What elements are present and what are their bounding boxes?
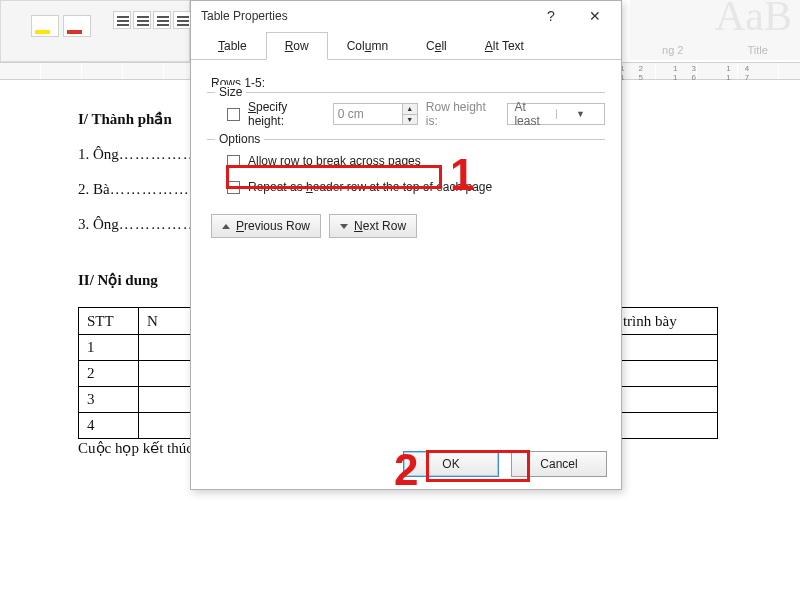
style-preview-ghost: AaB bbox=[715, 0, 792, 40]
dialog-title: Table Properties bbox=[201, 9, 288, 23]
help-button[interactable]: ? bbox=[529, 1, 573, 31]
size-legend: Size bbox=[215, 85, 246, 99]
allow-break-checkbox[interactable] bbox=[227, 155, 240, 168]
height-spinner[interactable]: ▲▼ bbox=[402, 103, 418, 125]
tab-cell[interactable]: Cell bbox=[407, 32, 466, 60]
font-color-button[interactable] bbox=[63, 15, 91, 37]
row-height-is-label: Row height is: bbox=[426, 100, 500, 128]
tab-column[interactable]: Column bbox=[328, 32, 407, 60]
chevron-down-icon: ▼ bbox=[556, 109, 604, 119]
col-stt: STT bbox=[79, 308, 139, 335]
spinner-down-icon[interactable]: ▼ bbox=[402, 114, 418, 125]
highlight-color-button[interactable] bbox=[31, 15, 59, 37]
specify-height-label: Specify height: bbox=[248, 100, 325, 128]
annotation-number-1: 1 bbox=[450, 150, 474, 200]
height-input-group: ▲▼ bbox=[333, 103, 418, 125]
style-label-heading2: ng 2 bbox=[662, 44, 683, 56]
options-fieldset: Options Allow row to break across pages … bbox=[207, 139, 605, 204]
tab-alt-text[interactable]: Alt Text bbox=[466, 32, 543, 60]
annotation-number-2: 2 bbox=[394, 445, 418, 495]
ruler-ticks: 12 13 14 15 16 17 bbox=[620, 64, 800, 82]
repeat-header-checkbox[interactable] bbox=[227, 181, 240, 194]
triangle-up-icon bbox=[222, 224, 230, 229]
tab-row[interactable]: Row bbox=[266, 32, 328, 60]
row-nav-buttons: Previous Row Next Row bbox=[211, 214, 605, 238]
tab-row-rest: ow bbox=[293, 39, 308, 53]
style-label-title: Title bbox=[748, 44, 768, 56]
size-fieldset: Size Specify height: ▲▼ Row height is: A… bbox=[207, 92, 605, 131]
tab-table[interactable]: Table bbox=[199, 32, 266, 60]
allow-break-label: Allow row to break across pages bbox=[248, 154, 421, 168]
row-height-mode-value: At least bbox=[508, 100, 555, 128]
ribbon-fragment-left bbox=[0, 0, 190, 62]
align-center-button[interactable] bbox=[133, 11, 151, 29]
align-justify-button[interactable] bbox=[173, 11, 191, 29]
dialog-body: Rows 1-5: Size Specify height: ▲▼ Row he… bbox=[191, 60, 621, 489]
previous-row-button[interactable]: Previous Row bbox=[211, 214, 321, 238]
row-height-mode-select[interactable]: At least ▼ bbox=[507, 103, 605, 125]
align-right-button[interactable] bbox=[153, 11, 171, 29]
dialog-tabs: Table Row Column Cell Alt Text bbox=[191, 31, 621, 60]
dialog-titlebar[interactable]: Table Properties ? ✕ bbox=[191, 1, 621, 31]
table-properties-dialog: Table Properties ? ✕ Table Row Column Ce… bbox=[190, 0, 622, 490]
triangle-down-icon bbox=[340, 224, 348, 229]
cancel-button[interactable]: Cancel bbox=[511, 451, 607, 477]
alignment-group bbox=[113, 11, 191, 29]
spinner-up-icon[interactable]: ▲ bbox=[402, 103, 418, 114]
close-button[interactable]: ✕ bbox=[573, 1, 617, 31]
rows-range-label: Rows 1-5: bbox=[211, 76, 605, 90]
options-legend: Options bbox=[215, 132, 264, 146]
tab-table-rest: able bbox=[224, 39, 247, 53]
dialog-action-buttons: OK Cancel bbox=[403, 451, 607, 477]
height-input[interactable] bbox=[333, 103, 403, 125]
specify-height-checkbox[interactable] bbox=[227, 108, 240, 121]
next-row-button[interactable]: Next Row bbox=[329, 214, 417, 238]
ribbon-fragment-right: AaB ng 2 Title bbox=[630, 0, 800, 60]
align-left-button[interactable] bbox=[113, 11, 131, 29]
